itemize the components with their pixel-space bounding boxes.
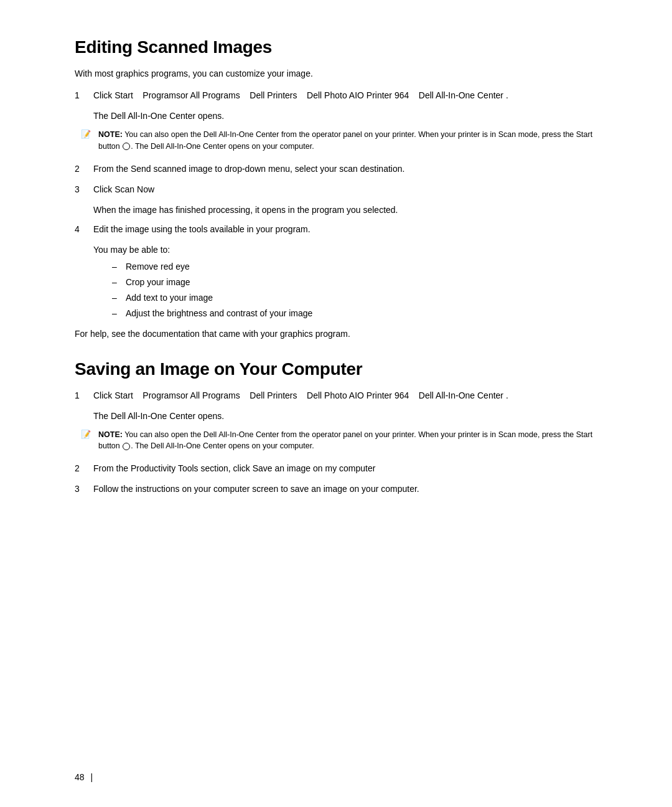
editing-step-3: 3 Click Scan Now	[75, 183, 597, 196]
saving-note-label: NOTE:	[98, 430, 123, 439]
bullet-text-1: Remove red eye	[126, 260, 190, 273]
step-3-sub-text: When the image has finished processing, …	[93, 205, 398, 215]
saving-note-text: NOTE: You can also open the Dell All-In-…	[98, 429, 597, 453]
bullet-remove-red-eye: – Remove red eye	[112, 260, 597, 273]
step-4-bullets: – Remove red eye – Crop your image – Add…	[112, 260, 597, 320]
step-number-4: 4	[75, 223, 93, 236]
step-4-text: Edit the image using the tools available…	[93, 224, 310, 234]
step-3-content: Click Scan Now	[93, 183, 597, 196]
step-1-sub: The Dell All-In-One Center opens.	[93, 110, 597, 123]
dash-4: –	[112, 307, 126, 320]
bullet-text-2: Crop your image	[126, 276, 190, 289]
bullet-text-3: Add text to your image	[126, 291, 213, 304]
step-2-text: From the Send scanned image to drop-down…	[93, 164, 404, 174]
saving-step-3: 3 Follow the instructions on your comput…	[75, 483, 597, 496]
saving-note-icon: 📝	[81, 429, 98, 439]
dash-3: –	[112, 291, 126, 304]
saving-step-number-3: 3	[75, 483, 93, 496]
step-number-2: 2	[75, 163, 93, 176]
saving-step-3-content: Follow the instructions on your computer…	[93, 483, 597, 496]
note-text-1: NOTE: You can also open the Dell All-In-…	[98, 129, 597, 153]
start-button-icon-1	[123, 143, 130, 150]
step-number-1: 1	[75, 89, 93, 102]
step-3-sub: When the image has finished processing, …	[93, 204, 597, 217]
dash-1: –	[112, 260, 126, 273]
saving-steps-list: 1 Click Start Programsor All Programs De…	[75, 389, 597, 496]
step-3-text: Click Scan Now	[93, 184, 154, 194]
saving-step-2: 2 From the Productivity Tools section, c…	[75, 462, 597, 475]
saving-step-1-sub: The Dell All-In-One Center opens.	[93, 410, 597, 423]
help-text: For help, see the documentation that cam…	[75, 328, 597, 341]
bullet-add-text: – Add text to your image	[112, 291, 597, 304]
saving-step-number-2: 2	[75, 462, 93, 475]
bullet-adjust-brightness: – Adjust the brightness and contrast of …	[112, 307, 597, 320]
saving-step-2-text: From the Productivity Tools section, cli…	[93, 463, 375, 473]
saving-step-number-1: 1	[75, 389, 93, 402]
saving-step-1-sub-text: The Dell All-In-One Center opens.	[93, 411, 224, 421]
step-4-content: Edit the image using the tools available…	[93, 223, 597, 236]
saving-step-1-content: Click Start Programsor All Programs Dell…	[93, 389, 597, 402]
saving-step-3-text: Follow the instructions on your computer…	[93, 484, 419, 494]
page-separator: |	[90, 772, 93, 782]
step-1-text: Click Start Programsor All Programs Dell…	[93, 90, 508, 100]
editing-step-4: 4 Edit the image using the tools availab…	[75, 223, 597, 236]
step-4-sub-intro: You may be able to:	[93, 243, 597, 257]
bullet-text-4: Adjust the brightness and contrast of yo…	[126, 307, 312, 320]
saving-note-body-2: . The Dell All-In-One Center opens on yo…	[131, 441, 314, 450]
step-number-3: 3	[75, 183, 93, 196]
section-editing: Editing Scanned Images With most graphic…	[75, 37, 597, 341]
step-2-content: From the Send scanned image to drop-down…	[93, 163, 597, 176]
editing-step-2: 2 From the Send scanned image to drop-do…	[75, 163, 597, 176]
section-saving-title: Saving an Image on Your Computer	[75, 359, 597, 379]
section-editing-title: Editing Scanned Images	[75, 37, 597, 57]
note-icon-1: 📝	[81, 129, 98, 139]
note-label-1: NOTE:	[98, 130, 123, 139]
section-saving: Saving an Image on Your Computer 1 Click…	[75, 359, 597, 496]
saving-step-1-text: Click Start Programsor All Programs Dell…	[93, 390, 508, 400]
editing-steps-list: 1 Click Start Programsor All Programs De…	[75, 89, 597, 320]
saving-step-1: 1 Click Start Programsor All Programs De…	[75, 389, 597, 402]
saving-step-2-content: From the Productivity Tools section, cli…	[93, 462, 597, 475]
bullet-crop-image: – Crop your image	[112, 276, 597, 289]
editing-step-1: 1 Click Start Programsor All Programs De…	[75, 89, 597, 102]
step-1-sub-text: The Dell All-In-One Center opens.	[93, 111, 224, 121]
step-1-content: Click Start Programsor All Programs Dell…	[93, 89, 597, 102]
page-footer: 48 |	[75, 772, 93, 782]
start-button-icon-2	[123, 443, 130, 450]
section-editing-intro: With most graphics programs, you can cus…	[75, 67, 597, 80]
editing-note-1: 📝 NOTE: You can also open the Dell All-I…	[75, 129, 597, 153]
page-number: 48	[75, 772, 85, 782]
note-body-2: . The Dell All-In-One Center opens on yo…	[131, 142, 314, 151]
saving-note-1: 📝 NOTE: You can also open the Dell All-I…	[75, 429, 597, 453]
dash-2: –	[112, 276, 126, 289]
step-4-sub: You may be able to: – Remove red eye – C…	[93, 243, 597, 320]
